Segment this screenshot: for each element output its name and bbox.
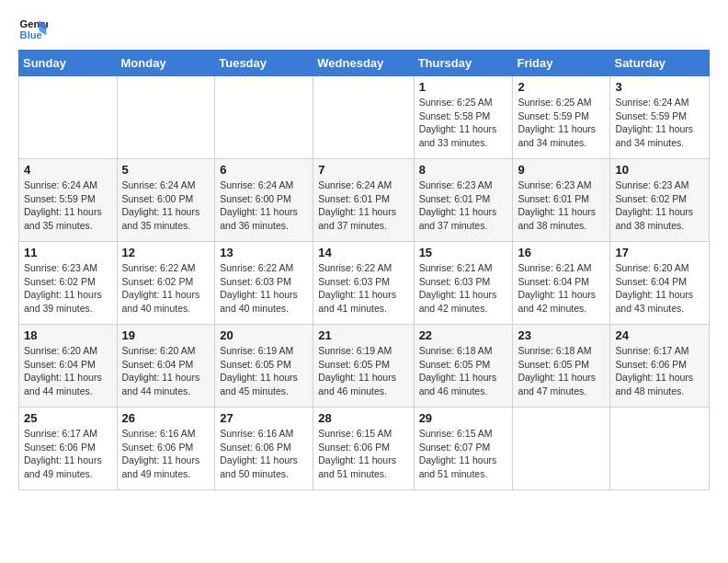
day-number: 16	[518, 246, 605, 259]
cell-content: 15Sunrise: 6:21 AM Sunset: 6:03 PM Dayli…	[419, 246, 508, 316]
cell-info: Sunrise: 6:23 AM Sunset: 6:02 PM Dayligh…	[615, 178, 704, 233]
calendar-cell	[117, 76, 215, 159]
cell-info: Sunrise: 6:23 AM Sunset: 6:01 PM Dayligh…	[419, 178, 508, 233]
cell-info: Sunrise: 6:22 AM Sunset: 6:03 PM Dayligh…	[220, 261, 308, 316]
day-number: 2	[518, 80, 605, 94]
week-row-4: 18Sunrise: 6:20 AM Sunset: 6:04 PM Dayli…	[19, 325, 710, 408]
cell-content: 1Sunrise: 6:25 AM Sunset: 5:58 PM Daylig…	[419, 80, 508, 150]
day-number: 5	[122, 163, 210, 177]
day-number: 1	[419, 80, 508, 94]
cell-info: Sunrise: 6:24 AM Sunset: 6:01 PM Dayligh…	[318, 178, 408, 233]
cell-info: Sunrise: 6:25 AM Sunset: 5:59 PM Dayligh…	[518, 96, 605, 150]
cell-content: 6Sunrise: 6:24 AM Sunset: 6:00 PM Daylig…	[220, 163, 308, 233]
cell-info: Sunrise: 6:15 AM Sunset: 6:07 PM Dayligh…	[419, 427, 508, 481]
cell-content: 3Sunrise: 6:24 AM Sunset: 5:59 PM Daylig…	[615, 80, 704, 150]
day-number: 25	[24, 411, 112, 425]
cell-content: 11Sunrise: 6:23 AM Sunset: 6:02 PM Dayli…	[24, 246, 112, 316]
cell-info: Sunrise: 6:16 AM Sunset: 6:06 PM Dayligh…	[220, 427, 308, 481]
logo: General Blue	[18, 15, 48, 44]
cell-content: 4Sunrise: 6:24 AM Sunset: 5:59 PM Daylig…	[24, 163, 112, 233]
calendar-cell	[513, 408, 610, 490]
day-header-monday: Monday	[117, 51, 215, 76]
calendar-cell: 19Sunrise: 6:20 AM Sunset: 6:04 PM Dayli…	[117, 325, 215, 408]
week-row-1: 1Sunrise: 6:25 AM Sunset: 5:58 PM Daylig…	[19, 76, 710, 159]
day-number: 27	[220, 411, 308, 425]
cell-content: 25Sunrise: 6:17 AM Sunset: 6:06 PM Dayli…	[24, 411, 112, 481]
day-number: 8	[419, 163, 508, 177]
cell-content: 2Sunrise: 6:25 AM Sunset: 5:59 PM Daylig…	[518, 80, 605, 150]
calendar-cell: 21Sunrise: 6:19 AM Sunset: 6:05 PM Dayli…	[313, 325, 414, 408]
calendar-cell: 12Sunrise: 6:22 AM Sunset: 6:02 PM Dayli…	[117, 242, 215, 325]
week-row-2: 4Sunrise: 6:24 AM Sunset: 5:59 PM Daylig…	[19, 159, 710, 242]
calendar-cell: 29Sunrise: 6:15 AM Sunset: 6:07 PM Dayli…	[414, 408, 513, 490]
calendar-cell: 15Sunrise: 6:21 AM Sunset: 6:03 PM Dayli…	[414, 242, 513, 325]
cell-info: Sunrise: 6:24 AM Sunset: 6:00 PM Dayligh…	[122, 178, 210, 233]
day-number: 3	[615, 80, 704, 94]
day-header-friday: Friday	[513, 51, 610, 76]
cell-info: Sunrise: 6:23 AM Sunset: 6:01 PM Dayligh…	[518, 178, 605, 233]
cell-info: Sunrise: 6:17 AM Sunset: 6:06 PM Dayligh…	[615, 344, 704, 398]
cell-content: 26Sunrise: 6:16 AM Sunset: 6:06 PM Dayli…	[122, 411, 210, 481]
day-number: 12	[122, 246, 210, 259]
calendar-cell: 20Sunrise: 6:19 AM Sunset: 6:05 PM Dayli…	[215, 325, 313, 408]
calendar-cell: 18Sunrise: 6:20 AM Sunset: 6:04 PM Dayli…	[19, 325, 118, 408]
cell-content: 18Sunrise: 6:20 AM Sunset: 6:04 PM Dayli…	[24, 328, 112, 398]
days-header-row: SundayMondayTuesdayWednesdayThursdayFrid…	[19, 51, 710, 76]
calendar-cell: 6Sunrise: 6:24 AM Sunset: 6:00 PM Daylig…	[215, 159, 313, 242]
cell-info: Sunrise: 6:23 AM Sunset: 6:02 PM Dayligh…	[24, 261, 112, 316]
cell-content: 28Sunrise: 6:15 AM Sunset: 6:06 PM Dayli…	[318, 411, 408, 481]
day-number: 18	[24, 328, 112, 342]
day-number: 26	[122, 411, 210, 425]
day-header-wednesday: Wednesday	[313, 51, 414, 76]
day-number: 19	[122, 328, 210, 342]
cell-info: Sunrise: 6:24 AM Sunset: 5:59 PM Dayligh…	[24, 178, 112, 233]
day-number: 6	[220, 163, 308, 177]
cell-content: 21Sunrise: 6:19 AM Sunset: 6:05 PM Dayli…	[318, 328, 408, 398]
calendar-cell: 11Sunrise: 6:23 AM Sunset: 6:02 PM Dayli…	[19, 242, 118, 325]
cell-content: 19Sunrise: 6:20 AM Sunset: 6:04 PM Dayli…	[122, 328, 210, 398]
cell-info: Sunrise: 6:22 AM Sunset: 6:03 PM Dayligh…	[318, 261, 408, 316]
day-number: 21	[318, 328, 408, 342]
calendar-cell: 2Sunrise: 6:25 AM Sunset: 5:59 PM Daylig…	[513, 76, 610, 159]
day-number: 4	[24, 163, 112, 177]
calendar-cell: 9Sunrise: 6:23 AM Sunset: 6:01 PM Daylig…	[513, 159, 610, 242]
day-number: 11	[24, 246, 112, 259]
calendar-cell: 4Sunrise: 6:24 AM Sunset: 5:59 PM Daylig…	[19, 159, 118, 242]
cell-info: Sunrise: 6:18 AM Sunset: 6:05 PM Dayligh…	[419, 344, 508, 398]
header: General Blue	[18, 15, 710, 44]
cell-content: 20Sunrise: 6:19 AM Sunset: 6:05 PM Dayli…	[220, 328, 308, 398]
calendar-cell: 24Sunrise: 6:17 AM Sunset: 6:06 PM Dayli…	[610, 325, 710, 408]
calendar-cell	[313, 76, 414, 159]
calendar-cell: 28Sunrise: 6:15 AM Sunset: 6:06 PM Dayli…	[313, 408, 414, 490]
calendar-cell: 17Sunrise: 6:20 AM Sunset: 6:04 PM Dayli…	[610, 242, 710, 325]
day-number: 24	[615, 328, 704, 342]
day-number: 28	[318, 411, 408, 425]
calendar-cell: 23Sunrise: 6:18 AM Sunset: 6:05 PM Dayli…	[513, 325, 610, 408]
calendar-cell	[215, 76, 313, 159]
cell-info: Sunrise: 6:21 AM Sunset: 6:03 PM Dayligh…	[419, 261, 508, 316]
calendar-cell	[610, 408, 710, 490]
cell-content: 29Sunrise: 6:15 AM Sunset: 6:07 PM Dayli…	[419, 411, 508, 481]
svg-text:Blue: Blue	[20, 29, 42, 40]
cell-info: Sunrise: 6:15 AM Sunset: 6:06 PM Dayligh…	[318, 427, 408, 481]
cell-content: 14Sunrise: 6:22 AM Sunset: 6:03 PM Dayli…	[318, 246, 408, 316]
cell-content: 8Sunrise: 6:23 AM Sunset: 6:01 PM Daylig…	[419, 163, 508, 233]
calendar-cell: 27Sunrise: 6:16 AM Sunset: 6:06 PM Dayli…	[215, 408, 313, 490]
day-number: 9	[518, 163, 605, 177]
day-number: 13	[220, 246, 308, 259]
calendar-cell: 13Sunrise: 6:22 AM Sunset: 6:03 PM Dayli…	[215, 242, 313, 325]
cell-info: Sunrise: 6:25 AM Sunset: 5:58 PM Dayligh…	[419, 96, 508, 150]
cell-content: 13Sunrise: 6:22 AM Sunset: 6:03 PM Dayli…	[220, 246, 308, 316]
cell-content: 22Sunrise: 6:18 AM Sunset: 6:05 PM Dayli…	[419, 328, 508, 398]
day-number: 7	[318, 163, 408, 177]
calendar-cell: 14Sunrise: 6:22 AM Sunset: 6:03 PM Dayli…	[313, 242, 414, 325]
cell-info: Sunrise: 6:19 AM Sunset: 6:05 PM Dayligh…	[220, 344, 308, 398]
cell-info: Sunrise: 6:18 AM Sunset: 6:05 PM Dayligh…	[518, 344, 605, 398]
day-header-saturday: Saturday	[610, 51, 710, 76]
cell-info: Sunrise: 6:19 AM Sunset: 6:05 PM Dayligh…	[318, 344, 408, 398]
day-number: 14	[318, 246, 408, 259]
cell-content: 24Sunrise: 6:17 AM Sunset: 6:06 PM Dayli…	[615, 328, 704, 398]
cell-content: 23Sunrise: 6:18 AM Sunset: 6:05 PM Dayli…	[518, 328, 605, 398]
day-header-sunday: Sunday	[19, 51, 118, 76]
calendar-cell	[19, 76, 118, 159]
